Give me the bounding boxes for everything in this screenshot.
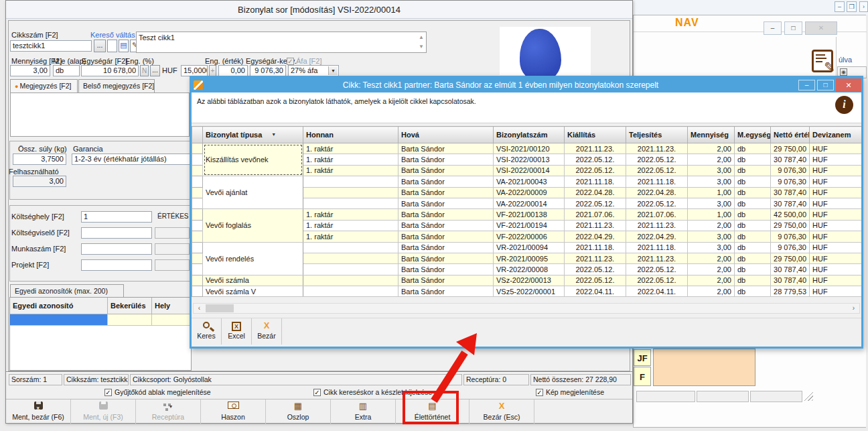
cell-megyseg[interactable]: db bbox=[735, 286, 771, 297]
overlay-maximize-button[interactable]: □ bbox=[817, 80, 834, 90]
resize-grip[interactable] bbox=[804, 391, 813, 401]
cikkszam-input[interactable]: tesztcikk1 bbox=[10, 40, 92, 52]
toolbar-button-4[interactable]: Haszon bbox=[201, 399, 266, 424]
cell-devizanem[interactable]: HUF bbox=[810, 143, 862, 154]
cell-hova[interactable]: Barta Sándor bbox=[399, 176, 494, 187]
edit-document-icon[interactable]: ✎ bbox=[812, 50, 833, 72]
cell-kiallitas[interactable]: 2022.05.12. bbox=[565, 198, 626, 208]
cell-netto[interactable]: 28 779,53 bbox=[771, 286, 810, 297]
cell-kiallitas[interactable]: 2022.04.28. bbox=[565, 187, 626, 198]
cell-devizanem[interactable]: HUF bbox=[810, 231, 862, 242]
group-type-cell[interactable]: Vevői foglalás bbox=[203, 209, 303, 242]
cell-devizanem[interactable]: HUF bbox=[810, 198, 862, 208]
plus-stepper[interactable]: + bbox=[209, 65, 216, 76]
cell-bizonylatszam[interactable]: VF-2021/00194 bbox=[494, 220, 565, 231]
cell-devizanem[interactable]: HUF bbox=[810, 154, 862, 165]
cell-megyseg[interactable]: db bbox=[735, 198, 771, 208]
cell-bizonylatszam[interactable]: VR-2021/00094 bbox=[494, 242, 565, 253]
cell-megyseg[interactable]: db bbox=[735, 165, 771, 176]
cell-megyseg[interactable]: db bbox=[735, 253, 771, 263]
cell-hova[interactable]: Barta Sándor bbox=[399, 198, 494, 208]
suly-input[interactable]: 3,7500 bbox=[13, 153, 66, 165]
cell-devizanem[interactable]: HUF bbox=[810, 253, 862, 263]
cell-kiallitas[interactable]: 2022.05.12. bbox=[565, 264, 626, 275]
group-type-cell[interactable]: Vevői rendelés bbox=[203, 242, 303, 275]
cell-netto[interactable]: 30 787,40 bbox=[771, 275, 810, 286]
cell-mennyiseg[interactable]: 3,00 bbox=[688, 198, 735, 208]
cell-megyseg[interactable]: db bbox=[735, 264, 771, 275]
cell-megyseg[interactable]: db bbox=[735, 231, 771, 242]
cell-mennyiseg[interactable]: 1,00 bbox=[688, 209, 735, 220]
koltseghely-input[interactable]: 1 bbox=[81, 211, 152, 223]
scroll-right-icon[interactable]: › bbox=[849, 304, 859, 312]
cell-teljesites[interactable]: 2022.05.12. bbox=[626, 198, 688, 208]
cell-teljesites[interactable]: 2022.04.29. bbox=[626, 231, 688, 242]
cell-bizonylatszam[interactable]: VF-2021/00138 bbox=[494, 209, 565, 220]
cell-megyseg[interactable]: db bbox=[735, 209, 771, 220]
blank-tool-button[interactable] bbox=[107, 40, 117, 52]
garancia-select[interactable]: 1-2-3 év (értékhatár jótállás) bbox=[72, 153, 191, 165]
cell-kiallitas[interactable]: 2021.11.18. bbox=[565, 176, 626, 187]
tab-megjegyzes[interactable]: ●Megjegyzés [F2] bbox=[10, 79, 78, 93]
overlay-titlebar[interactable]: Cikk: Teszt cikk1 partner: Barta Sándor … bbox=[192, 78, 861, 93]
cell-mennyiseg[interactable]: 2,00 bbox=[688, 143, 735, 154]
mdi-restore-button[interactable]: ❒ bbox=[847, 1, 857, 12]
tab-belso-megjegyzes[interactable]: Belső megjegyzés [F2] bbox=[78, 79, 155, 93]
cell-megyseg[interactable]: db bbox=[735, 220, 771, 231]
cell-mennyiseg[interactable]: 2,00 bbox=[688, 264, 735, 275]
egyedi-cell[interactable] bbox=[108, 314, 152, 326]
column-header-Teljesítés[interactable]: Teljesítés bbox=[626, 127, 688, 143]
cell-hova[interactable]: Barta Sándor bbox=[399, 264, 494, 275]
cell-mennyiseg[interactable]: 2,00 bbox=[688, 275, 735, 286]
cell-hova[interactable]: Barta Sándor bbox=[399, 275, 494, 286]
cell-hova[interactable]: Barta Sándor bbox=[399, 187, 494, 198]
cell-netto[interactable]: 30 787,40 bbox=[771, 264, 810, 275]
cell-devizanem[interactable]: HUF bbox=[810, 176, 862, 187]
cell-devizanem[interactable]: HUF bbox=[810, 275, 862, 286]
column-header-Bizonylat típusa[interactable]: Bizonylat típusa▼ bbox=[203, 127, 303, 143]
cell-bizonylatszam[interactable]: VSI-2021/00120 bbox=[494, 143, 565, 154]
cell-teljesites[interactable]: 2022.05.12. bbox=[626, 275, 688, 286]
toolbar-button-3[interactable]: ▼Receptúra bbox=[136, 399, 201, 424]
window-close-button[interactable]: ✕ bbox=[805, 21, 837, 35]
column-header-Bizonylatszám[interactable]: Bizonylatszám bbox=[494, 127, 565, 143]
cell-honnan[interactable]: 1. raktár bbox=[303, 165, 399, 176]
n-button[interactable]: N bbox=[140, 65, 149, 76]
cell-honnan[interactable] bbox=[303, 198, 399, 208]
cell-hova[interactable]: Barta Sándor bbox=[399, 231, 494, 242]
cell-honnan[interactable]: 1. raktár bbox=[303, 220, 399, 231]
cell-netto[interactable]: 29 750,00 bbox=[771, 143, 810, 154]
me-input[interactable]: db bbox=[53, 65, 80, 76]
cell-mennyiseg[interactable]: 2,00 bbox=[688, 154, 735, 165]
munkaszam-input[interactable] bbox=[81, 243, 152, 255]
group-type-cell[interactable]: Kiszállítás vevőnek bbox=[203, 143, 303, 176]
cell-netto[interactable]: 29 750,00 bbox=[771, 220, 810, 231]
cell-bizonylatszam[interactable]: VR-2021/00095 bbox=[494, 253, 565, 263]
cell-honnan[interactable] bbox=[303, 275, 399, 286]
cell-bizonylatszam[interactable]: VSz5-2022/00001 bbox=[494, 286, 565, 297]
cell-netto[interactable]: 29 750,00 bbox=[771, 253, 810, 263]
egyedi-column-header[interactable]: Egyedi azonosító bbox=[10, 298, 108, 314]
cell-honnan[interactable] bbox=[303, 242, 399, 253]
cell-mennyiseg[interactable]: 3,00 bbox=[688, 242, 735, 253]
cell-netto[interactable]: 30 787,40 bbox=[771, 187, 810, 198]
cell-mennyiseg[interactable]: 2,00 bbox=[688, 220, 735, 231]
egysegar-input[interactable]: 10 678,00 bbox=[81, 65, 139, 76]
column-header-Hová[interactable]: Hová bbox=[399, 127, 494, 143]
cell-netto[interactable]: 9 076,30 bbox=[771, 165, 810, 176]
cell-kiallitas[interactable]: 2021.11.23. bbox=[565, 220, 626, 231]
cell-teljesites[interactable]: 2021.07.06. bbox=[626, 209, 688, 220]
cell-kiallitas[interactable]: 2021.11.23. bbox=[565, 253, 626, 263]
cell-mennyiseg[interactable]: 3,00 bbox=[688, 165, 735, 176]
cell-teljesites[interactable]: 2022.04.11. bbox=[626, 286, 688, 297]
table-row[interactable]: Vevői számla VBarta SándorVSz5-2022/0000… bbox=[192, 286, 862, 297]
cell-megyseg[interactable]: db bbox=[735, 242, 771, 253]
cell-teljesites[interactable]: 2021.11.23. bbox=[626, 253, 688, 263]
cell-honnan[interactable]: 1. raktár bbox=[303, 143, 399, 154]
cell-bizonylatszam[interactable]: VA-2022/00014 bbox=[494, 198, 565, 208]
column-header-indicator[interactable] bbox=[192, 127, 203, 143]
cell-devizanem[interactable]: HUF bbox=[810, 286, 862, 297]
afa-select[interactable]: 27% áfa▼ bbox=[288, 65, 339, 76]
group-type-cell[interactable]: Vevői számla V bbox=[203, 286, 303, 297]
cell-bizonylatszam[interactable]: VA-2022/00009 bbox=[494, 187, 565, 198]
